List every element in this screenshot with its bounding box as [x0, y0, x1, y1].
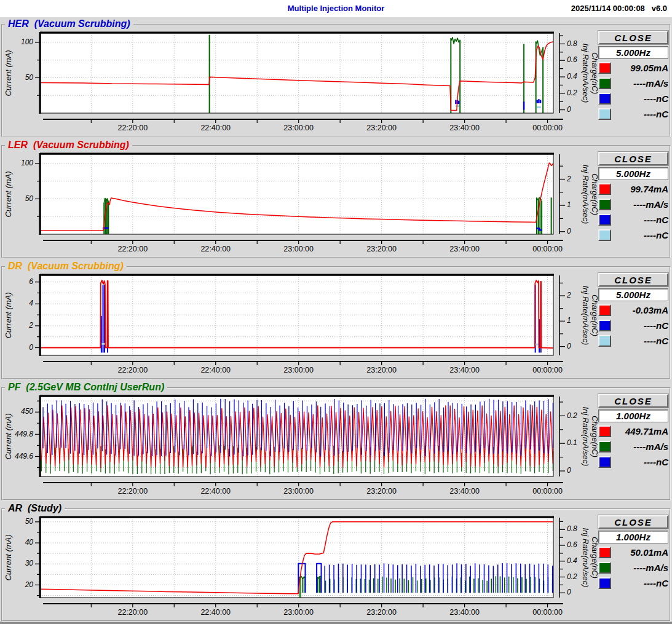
svg-text:450: 450	[21, 407, 33, 416]
close-button[interactable]: CLOSE	[598, 152, 668, 165]
svg-text:2: 2	[28, 321, 33, 330]
svg-text:23:00:00: 23:00:00	[283, 245, 314, 253]
update-rate-field[interactable]: 1.000Hz	[598, 531, 668, 543]
svg-text:0: 0	[567, 105, 571, 114]
legend-swatch-current[interactable]	[598, 547, 611, 558]
close-button[interactable]: CLOSE	[598, 515, 668, 529]
legend-swatch-charge-2[interactable]	[598, 335, 611, 347]
svg-text:449.8: 449.8	[15, 430, 33, 438]
legend-row-charge: ----nC	[598, 456, 668, 468]
chart-ler: 50100Current (mA)22:20:0022:40:0023:00:0…	[0, 148, 599, 256]
legend-row-charge: ----nC	[598, 213, 668, 226]
titlebar: Multiple Injection Monitor 2025/11/14 00…	[0, 0, 672, 17]
svg-text:22:40:00: 22:40:00	[200, 608, 231, 617]
left-axis-title: Current (mA)	[4, 413, 13, 459]
legend-row-inj-rate: ----mA/s	[598, 561, 668, 574]
svg-text:0.6: 0.6	[567, 55, 577, 64]
svg-text:00:00:00: 00:00:00	[532, 487, 563, 496]
close-button[interactable]: CLOSE	[598, 31, 668, 44]
right-axis-title-inner: Inj Rate(mA/sec)	[581, 44, 590, 103]
svg-text:22:40:00: 22:40:00	[200, 366, 231, 374]
svg-text:23:40:00: 23:40:00	[449, 608, 480, 617]
legend-swatch-charge[interactable]	[598, 214, 611, 226]
legend-value-inj-rate: ----mA/s	[611, 78, 668, 89]
svg-text:22:40:00: 22:40:00	[200, 124, 231, 132]
legend-row-charge-2: ----nC	[598, 334, 668, 347]
version-label: v6.0	[652, 4, 667, 13]
legend-swatch-current[interactable]	[598, 183, 611, 195]
legend-row-inj-rate: ----mA/s	[598, 198, 668, 211]
legend-value-charge: ----nC	[611, 578, 668, 588]
svg-text:0: 0	[567, 588, 571, 596]
legend-swatch-charge[interactable]	[598, 320, 611, 331]
update-rate-field[interactable]: 5.000Hz	[598, 46, 668, 59]
svg-text:0.2: 0.2	[567, 572, 577, 581]
legend-swatch-charge-2[interactable]	[598, 229, 611, 241]
svg-text:0.6: 0.6	[567, 540, 577, 549]
close-button[interactable]: CLOSE	[598, 273, 668, 286]
svg-text:22:40:00: 22:40:00	[200, 487, 231, 496]
svg-text:1: 1	[567, 200, 571, 209]
legend-swatch-charge[interactable]	[598, 577, 611, 589]
legend-value-charge-2: ----nC	[611, 336, 668, 346]
side-panel-ar: CLOSE1.000Hz50.01mA----mA/s----nC	[598, 515, 668, 590]
panel-title-pf: PF (2.5GeV MB ContInj UserRun)	[5, 382, 167, 393]
window-bottom-border	[0, 622, 672, 624]
update-rate-field[interactable]: 1.000Hz	[598, 409, 668, 422]
chart-pf: 449.6449.8450Current (mA)22:20:0022:40:0…	[0, 390, 599, 498]
legend-row-charge-2: ----nC	[598, 229, 668, 242]
legend-swatch-inj-rate[interactable]	[598, 441, 611, 452]
panel-her: HER (Vacuum Scrubbing)50100Current (mA)2…	[0, 18, 672, 140]
chart-dr: 0246Current (mA)22:20:0022:40:0023:00:00…	[0, 269, 599, 377]
svg-text:23:40:00: 23:40:00	[449, 245, 480, 253]
panel-title-dr: DR (Vacuum Scrubbing)	[5, 261, 127, 272]
svg-text:23:20:00: 23:20:00	[366, 245, 397, 253]
left-axis-title: Current (mA)	[4, 292, 13, 338]
legend-value-current: -0.03mA	[611, 305, 668, 315]
svg-text:23:20:00: 23:20:00	[366, 366, 397, 374]
legend-row-charge: ----nC	[598, 319, 668, 332]
svg-text:0.4: 0.4	[567, 72, 577, 81]
legend-swatch-inj-rate[interactable]	[598, 562, 611, 574]
svg-text:50: 50	[25, 194, 34, 203]
svg-text:22:40:00: 22:40:00	[200, 245, 231, 253]
svg-text:23:00:00: 23:00:00	[283, 124, 314, 132]
side-panel-dr: CLOSE5.000Hz-0.03mA----nC----nC	[598, 273, 668, 347]
legend-swatch-current[interactable]	[598, 304, 611, 316]
legend-swatch-inj-rate[interactable]	[598, 77, 611, 89]
right-axis-title-inner: Inj Rate(mA/sec)	[581, 165, 590, 224]
svg-text:50: 50	[25, 517, 34, 526]
right-axis-title-inner: Inj Rate(mA/sec)	[581, 407, 590, 467]
legend-swatch-inj-rate[interactable]	[598, 199, 611, 210]
legend-swatch-charge[interactable]	[598, 456, 611, 468]
legend-value-charge: ----nC	[611, 320, 668, 331]
side-panel-ler: CLOSE5.000Hz99.74mA----mA/s----nC----nC	[598, 152, 668, 242]
svg-text:22:20:00: 22:20:00	[117, 124, 148, 132]
svg-text:0: 0	[567, 342, 571, 350]
legend-swatch-charge-2[interactable]	[598, 108, 611, 120]
svg-text:20: 20	[25, 580, 34, 589]
panel-title-ler: LER (Vacuum Scrubbing)	[5, 140, 132, 151]
panel-pf: PF (2.5GeV MB ContInj UserRun)449.6449.8…	[0, 382, 672, 503]
legend-swatch-charge[interactable]	[598, 93, 611, 105]
svg-text:23:00:00: 23:00:00	[283, 487, 314, 496]
svg-text:0: 0	[567, 227, 571, 235]
legend-value-charge-2: ----nC	[611, 230, 668, 240]
update-rate-field[interactable]: 5.000Hz	[598, 167, 668, 180]
svg-text:00:00:00: 00:00:00	[532, 124, 563, 132]
legend-swatch-current[interactable]	[598, 62, 611, 74]
legend-swatch-current[interactable]	[598, 425, 611, 437]
svg-text:0: 0	[567, 466, 571, 475]
timestamp-date: 2025/11/14 00:00:08	[571, 4, 645, 13]
legend-row-current: -0.03mA	[598, 304, 668, 317]
update-rate-field[interactable]: 5.000Hz	[598, 288, 668, 301]
left-axis-title: Current (mA)	[4, 171, 13, 217]
svg-text:23:40:00: 23:40:00	[449, 487, 480, 496]
right-axis-title-inner: Inj Rate(mA/sec)	[581, 286, 590, 346]
close-button[interactable]: CLOSE	[598, 394, 668, 408]
chart-ar: 20304050Current (mA)22:20:0022:40:0023:0…	[0, 511, 599, 619]
svg-text:23:20:00: 23:20:00	[366, 124, 397, 132]
legend-value-inj-rate: ----mA/s	[611, 563, 668, 573]
side-panel-pf: CLOSE1.000Hz449.71mA----mA/s----nC	[598, 394, 668, 468]
svg-text:22:20:00: 22:20:00	[117, 245, 148, 253]
